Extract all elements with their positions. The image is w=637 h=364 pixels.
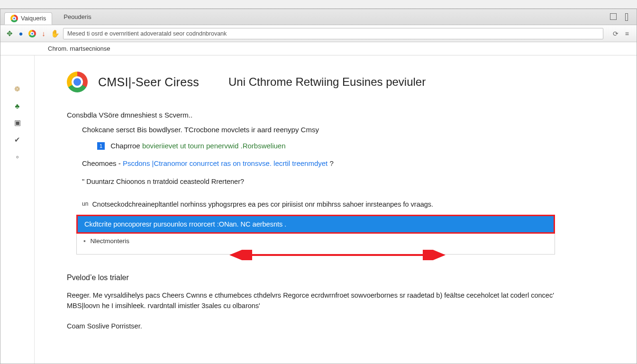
reload-icon[interactable]: ⟳	[613, 30, 619, 37]
tab-bar: Vaiqueris Peouderis	[0, 9, 637, 25]
address-actions: ⟳ ≡	[607, 30, 632, 37]
extension-icons: ✥ ● ↓ ✋	[5, 29, 59, 38]
address-bar[interactable]: Mesed ti osrd e overnritient adoveratald…	[63, 28, 603, 39]
section-title: Pvelod’e los trialer	[67, 273, 608, 282]
question-1: " Duuntarz Chioonos n trratdoid ceasteol…	[82, 176, 608, 187]
window-controls	[610, 13, 637, 21]
maximize-icon[interactable]	[610, 13, 617, 20]
annotation-arrow-icon	[228, 250, 446, 260]
ext-icon-3[interactable]	[28, 29, 36, 38]
highlighted-option[interactable]: Ckdtcrite poncoporesr pursounlos rroorce…	[76, 215, 555, 234]
option-below[interactable]: ▪ Nlectmonteris	[76, 234, 555, 255]
page-title-left: CMSI|-Seer Ciress	[98, 75, 199, 89]
bullet-text-a: Chaprroe	[110, 142, 142, 150]
tab-active[interactable]: Vaiqueris	[4, 12, 52, 25]
option-below-text: Nlectmonteris	[91, 237, 130, 245]
page-title-bar: CMSI|-Seer Ciress Uni Cthrome Retwiing E…	[67, 72, 608, 92]
left-sidebar: ❁ ♣ ▣ ✔ ∘	[0, 55, 35, 364]
number-badge-icon: 1	[97, 142, 105, 150]
square-icon: ▪	[83, 237, 86, 245]
ext-icon-4[interactable]: ↓	[39, 29, 48, 38]
dot-icon[interactable]: ∘	[15, 153, 19, 161]
page-title-right: Uni Cthrome Retwiing Eusines peviuler	[228, 75, 426, 89]
chrome-logo-icon	[67, 72, 88, 92]
menu-icon[interactable]: ≡	[625, 30, 629, 37]
chrome-favicon-icon	[10, 15, 18, 22]
tab-label: Vaiqueris	[21, 15, 46, 22]
breadcrumb-bar: Chrom. rnartsecnionse	[0, 42, 637, 55]
prefix-small: un	[82, 200, 88, 207]
main-content: CMSI|-Seer Ciress Uni Cthrome Retwiing E…	[35, 55, 637, 364]
browser-window: Vaiqueris Peouderis ✥ ● ↓ ✋ Mesed ti osr…	[0, 9, 637, 364]
para-lead-text: Cnotseckodchreainepltantlel norhinss yph…	[92, 200, 433, 208]
highlighted-option-text: Ckdtcrite poncoporesr pursounlos rroorce…	[78, 216, 554, 232]
paragraph-2: Reeger. Me vyrsaldihelys pacs Cheers Cwn…	[67, 291, 569, 311]
line-1: Chokcane sersct Bis bowdlyser. TCrocbone…	[82, 124, 608, 135]
bullet-line: 1 Chaprroe bovieriievet ut tourn penervw…	[97, 140, 608, 151]
bullet-link[interactable]: bovieriievet ut tourn penervwid .Rorbswe…	[142, 142, 286, 150]
line2-c: ?	[328, 159, 334, 167]
tab-inactive[interactable]: Peouderis	[58, 11, 97, 23]
intro-text: Consbdla VSöre dmneshiest s Scverm..	[67, 109, 608, 120]
panel-icon[interactable]	[625, 13, 628, 21]
line2-a: Cheomoes -	[82, 159, 123, 167]
check-icon[interactable]: ✔	[14, 136, 20, 144]
window-icon[interactable]: ▣	[14, 118, 21, 127]
line-2: Cheomoes - Pscdons |Ctranomor conurrcet …	[82, 158, 608, 169]
tab-label: Peouderis	[64, 13, 91, 20]
line2-link[interactable]: Pscdons |Ctranomor conurrcet ras on tron…	[123, 159, 328, 167]
address-text: Mesed ti osrd e overnritient adoveratald…	[67, 30, 227, 37]
footer-line: Coam Soslive Porristser.	[67, 321, 569, 332]
ext-icon-5[interactable]: ✋	[51, 29, 59, 38]
ext-icon-1[interactable]: ✥	[5, 29, 14, 38]
para-lead: un Cnotseckodchreainepltantlel norhinss …	[82, 199, 608, 209]
breadcrumb[interactable]: Chrom. rnartsecnionse	[48, 45, 110, 52]
leaf-icon[interactable]: ♣	[15, 102, 20, 110]
ribbon-icon[interactable]: ❁	[14, 85, 20, 93]
ext-icon-2[interactable]: ●	[17, 29, 25, 38]
toolbar: ✥ ● ↓ ✋ Mesed ti osrd e overnritient ado…	[0, 25, 637, 42]
